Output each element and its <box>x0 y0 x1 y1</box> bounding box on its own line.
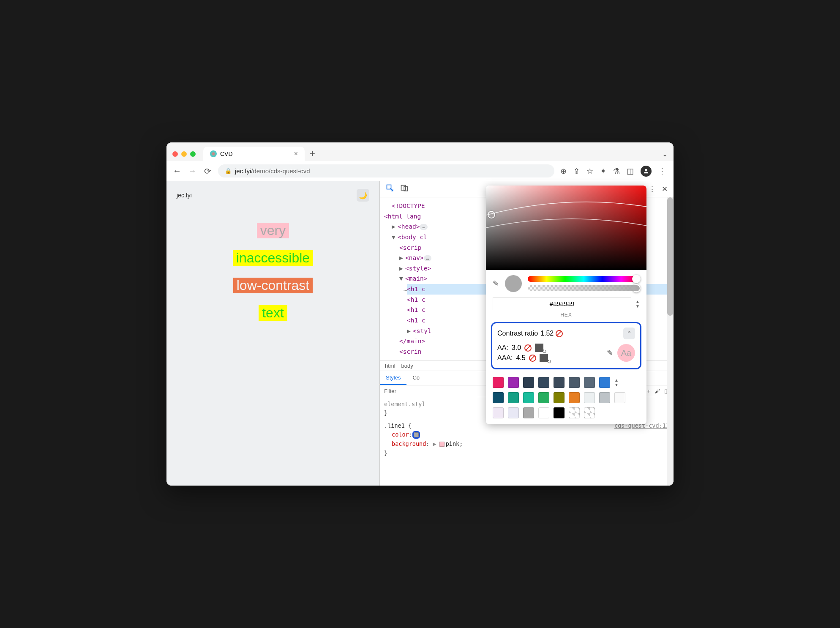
contrast-value: 1.52 <box>540 330 554 337</box>
palette-swatch[interactable] <box>523 407 534 418</box>
palette-swatch[interactable] <box>614 392 625 403</box>
collapse-contrast-button[interactable]: ⌃ <box>623 328 635 339</box>
palette-swatch[interactable] <box>538 392 549 403</box>
palette-swatch[interactable] <box>508 377 519 388</box>
share-icon[interactable]: ⇪ <box>573 167 580 176</box>
content-area: jec.fyi 🌙 very inaccessible low-contrast… <box>166 181 674 486</box>
palette-swatch[interactable] <box>508 407 519 418</box>
palette-swatch[interactable] <box>493 407 504 418</box>
palette-swatch[interactable] <box>569 407 580 418</box>
site-name: jec.fyi <box>177 192 192 199</box>
theme-toggle-button[interactable]: 🌙 <box>357 189 369 202</box>
menu-icon[interactable]: ⋮ <box>658 167 666 176</box>
svg-rect-2 <box>401 185 406 190</box>
demo-content: very inaccessible low-contrast text <box>177 223 369 321</box>
labs-icon[interactable]: ⚗ <box>613 167 620 176</box>
reload-button[interactable]: ⟳ <box>203 166 212 176</box>
devtools-panel: ⚙ ⋮ ✕ <!DOCTYPE <html lang ▶<head>… ▼<bo… <box>379 181 674 486</box>
fail-icon <box>524 344 532 352</box>
toolbar-actions: ⊕ ⇪ ☆ ✦ ⚗ ◫ ⋮ <box>560 166 666 177</box>
lock-icon: 🔒 <box>225 168 232 174</box>
eyedropper-icon[interactable]: ✎ <box>493 279 499 288</box>
browser-tab[interactable]: CVD × <box>203 147 305 161</box>
forward-button[interactable]: → <box>188 166 197 176</box>
page-header: jec.fyi 🌙 <box>177 189 369 202</box>
breadcrumb-item[interactable]: body <box>401 363 413 369</box>
new-rule-button[interactable]: + <box>647 388 650 394</box>
url-path: /demo/cds-quest-cvd <box>251 167 310 175</box>
page-viewport: jec.fyi 🌙 very inaccessible low-contrast… <box>166 181 379 486</box>
palette-swatch[interactable] <box>554 377 565 388</box>
back-button[interactable]: ← <box>172 166 182 176</box>
palette-swatch[interactable] <box>538 407 549 418</box>
demo-word-3: low-contrast <box>233 278 313 293</box>
tab-title: CVD <box>220 150 233 157</box>
inspect-icon[interactable] <box>386 184 394 194</box>
palette-swatch[interactable] <box>523 392 534 403</box>
palette-swatch[interactable] <box>493 392 504 403</box>
devtools-scrollbar[interactable] <box>667 197 674 486</box>
minimize-window-button[interactable] <box>181 151 187 157</box>
palette-swatch[interactable] <box>569 377 580 388</box>
new-tab-button[interactable]: + <box>310 148 315 159</box>
url-domain: jec.fyi <box>235 167 251 175</box>
close-devtools-icon[interactable]: ✕ <box>662 185 668 194</box>
sidepanel-icon[interactable]: ◫ <box>627 167 634 176</box>
palette-swatch[interactable] <box>554 392 565 403</box>
saturation-gradient[interactable] <box>486 186 646 270</box>
color-preview-circle <box>505 275 522 292</box>
profile-avatar[interactable] <box>641 166 652 177</box>
color-swatch-selected[interactable] <box>414 432 419 437</box>
palette-swatch[interactable] <box>523 377 534 388</box>
palette-swatch[interactable] <box>599 392 610 403</box>
palette-swatch[interactable] <box>493 377 504 388</box>
hex-input[interactable] <box>493 297 631 310</box>
browser-toolbar: ← → ⟳ 🔒 jec.fyi/demo/cds-quest-cvd ⊕ ⇪ ☆… <box>166 161 674 181</box>
palette-swatch[interactable] <box>554 407 565 418</box>
fix-aaa-button[interactable] <box>540 354 548 362</box>
hue-slider[interactable] <box>528 276 640 282</box>
extensions-icon[interactable]: ✦ <box>600 167 606 176</box>
color-swatches: ▲▼ <box>486 374 646 424</box>
swatch-page-stepper[interactable]: ▲▼ <box>614 377 640 388</box>
hex-label: HEX <box>486 312 646 322</box>
demo-word-1: very <box>257 223 289 238</box>
palette-swatch[interactable] <box>584 392 595 403</box>
close-window-button[interactable] <box>172 151 178 157</box>
tab-computed[interactable]: Co <box>406 371 425 385</box>
window-controls <box>172 151 196 157</box>
color-picker-popover: ✎ ▲▼ HEX Contrast ratio 1.52 <box>486 186 646 424</box>
palette-swatch[interactable] <box>538 377 549 388</box>
palette-swatch[interactable] <box>569 392 580 403</box>
maximize-window-button[interactable] <box>190 151 196 157</box>
palette-swatch[interactable] <box>584 377 595 388</box>
fail-icon <box>556 330 563 337</box>
favicon <box>210 150 217 157</box>
device-toggle-icon[interactable] <box>400 184 409 194</box>
palette-swatch[interactable] <box>599 377 610 388</box>
bookmark-icon[interactable]: ☆ <box>586 167 593 176</box>
svg-point-0 <box>645 169 647 171</box>
breadcrumb-item[interactable]: html <box>385 363 395 369</box>
bg-eyedropper-icon[interactable]: ✎ <box>607 348 613 358</box>
tab-close-icon[interactable]: × <box>294 150 298 158</box>
zoom-icon[interactable]: ⊕ <box>560 167 567 176</box>
titlebar: CVD × + ⌄ <box>166 142 674 161</box>
format-stepper[interactable]: ▲▼ <box>635 299 640 309</box>
more-icon[interactable]: ⋮ <box>649 185 656 194</box>
demo-word-4: text <box>259 305 287 321</box>
palette-swatch[interactable] <box>584 407 595 418</box>
tab-styles[interactable]: Styles <box>380 371 406 385</box>
fix-aa-button[interactable] <box>535 344 543 352</box>
tabs-dropdown-icon[interactable]: ⌄ <box>662 150 668 158</box>
palette-swatch[interactable] <box>508 392 519 403</box>
color-cursor[interactable] <box>488 211 495 218</box>
address-bar[interactable]: 🔒 jec.fyi/demo/cds-quest-cvd <box>218 164 554 177</box>
contrast-ratio-panel: Contrast ratio 1.52 ⌃ AA: 3.0 <box>491 322 641 369</box>
contrast-preview: Aa <box>617 344 635 362</box>
alpha-slider[interactable] <box>528 285 640 291</box>
computed-icon[interactable]: 🖌 <box>655 388 660 394</box>
background-swatch[interactable] <box>439 442 445 447</box>
fail-icon <box>529 355 536 362</box>
demo-word-2: inaccessible <box>233 250 313 266</box>
